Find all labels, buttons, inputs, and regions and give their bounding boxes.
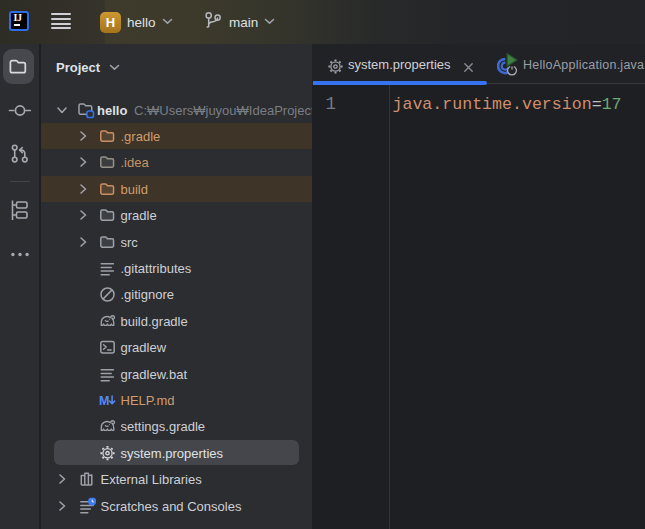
svg-text:M: M (99, 394, 109, 408)
